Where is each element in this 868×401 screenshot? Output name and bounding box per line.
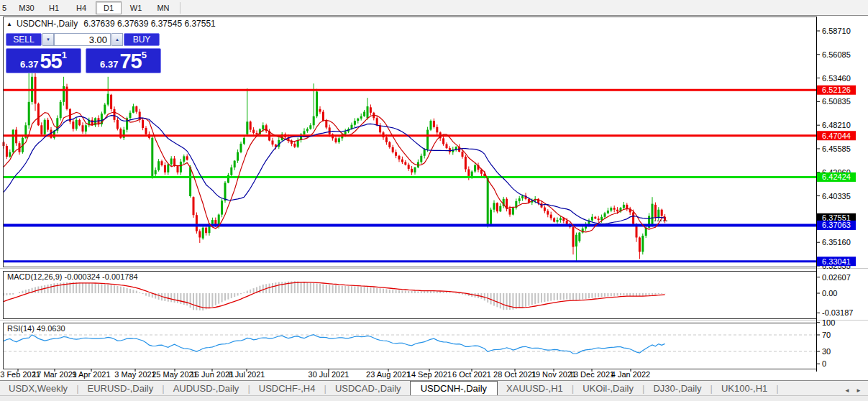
buy-price-prefix: 6.37	[100, 57, 118, 72]
rsi-label: RSI(14) 49.0630	[7, 324, 65, 333]
price-axis-label: 6.53460	[822, 74, 851, 83]
volume-decrease-button[interactable]: ▼	[42, 33, 54, 46]
macd-axis-label: 0.00	[822, 289, 837, 298]
date-axis-label: 14 Sep 2021	[407, 370, 452, 379]
timeframe-mn-button[interactable]: MN	[150, 1, 176, 14]
price-axis-label: 6.58710	[822, 27, 851, 35]
tab-xauusd-h1[interactable]: XAUUSD-,H1	[498, 382, 572, 396]
tab-eurusd-daily[interactable]: EURUSD-,Daily	[79, 382, 163, 396]
level-price-label-text: 6.52126	[822, 86, 851, 94]
date-axis-label: 8 Jul 2021	[229, 370, 265, 379]
buy-price-display[interactable]: 6.37 75 5	[86, 48, 161, 73]
spinner-down-icon: ▼	[46, 37, 50, 42]
spinner-up-icon: ▲	[115, 37, 119, 42]
chart-symbol-label: USDCNH-,Daily	[17, 19, 78, 29]
timeframe-m5-button[interactable]: 5	[0, 1, 12, 14]
timeframe-m30-button[interactable]: M30	[14, 1, 40, 14]
candlesticks	[3, 57, 667, 262]
trade-panel-price-row: 6.37 55 1 6.37 75 5	[6, 48, 160, 74]
timeframe-toolbar: 5 M30 H1 H4 D1 W1 MN	[0, 0, 868, 16]
macd-axis-label: 0.02607	[822, 273, 851, 282]
price-axis-label: 6.40335	[822, 192, 851, 200]
date-axis-label: 4 Jan 2022	[611, 370, 650, 379]
macd-histogram	[4, 281, 665, 310]
tab-usdchf-h4[interactable]: USDCHF-,H4	[250, 382, 324, 396]
volume-input[interactable]	[54, 33, 111, 46]
price-axis-label: 6.45585	[822, 144, 851, 153]
date-axis-label: 9 Apr 2021	[72, 370, 110, 379]
sell-price-display[interactable]: 6.37 55 1	[6, 48, 81, 73]
tab-dj30-daily[interactable]: DJ30-,Daily	[644, 382, 710, 396]
timeframe-h1-button[interactable]: H1	[41, 1, 67, 14]
timeframe-w1-button[interactable]: W1	[123, 1, 149, 14]
timeframe-h4-button[interactable]: H4	[68, 1, 94, 14]
price-axis-label: 6.56085	[822, 50, 851, 59]
rsi-pane-border	[4, 323, 817, 369]
rsi-axis-label: 30	[822, 347, 831, 356]
moving-average-line	[4, 116, 665, 224]
buy-price-point: 5	[142, 50, 147, 60]
price-axis-label: 6.50835	[822, 97, 851, 106]
macd-signal-line	[4, 282, 665, 308]
tab-audusd-daily[interactable]: AUDUSD-,Daily	[165, 382, 248, 396]
sell-price-prefix: 6.37	[20, 57, 38, 72]
symbol-tabbar: USDX,Weekly| EURUSD-,Daily| AUDUSD-,Dail…	[0, 380, 868, 396]
level-price-label-text: 6.33041	[822, 257, 851, 266]
price-axis-label: 6.35160	[822, 238, 851, 246]
rsi-axis-label: 100	[822, 318, 835, 327]
tab-uk100-h1[interactable]: UK100-,H1	[713, 382, 776, 396]
tab-ukoil-daily[interactable]: UKOil-,Daily	[574, 382, 642, 396]
buy-button[interactable]: BUY	[124, 33, 160, 46]
sell-price-point: 1	[62, 50, 67, 60]
buy-price-pips: 75	[119, 51, 141, 72]
horizontal-level-lines[interactable]	[3, 90, 816, 261]
level-price-label-text: 6.42424	[822, 172, 851, 181]
tab-usdcad-daily[interactable]: USDCAD-,Daily	[326, 382, 410, 396]
date-axis-label: 28 Oct 2021	[493, 370, 536, 379]
date-axis-label: 6 Oct 2021	[452, 370, 491, 379]
date-axis-label: 23 Aug 2021	[366, 370, 411, 379]
rsi-axis-label: 70	[822, 331, 831, 339]
price-axis-label: 6.48210	[822, 121, 851, 129]
tab-usdcnh-daily-active[interactable]: USDCNH-,Daily	[410, 381, 498, 397]
tab-scroll-arrows-icon[interactable]: ◄ ►	[844, 386, 868, 396]
one-click-trading-panel: SELL ▼ ▲ BUY 6.37 55 1 6.37 75 5	[6, 33, 160, 74]
rsi-axis-label: 0	[822, 359, 826, 368]
timeframe-d1-button[interactable]: D1	[96, 1, 122, 14]
moving-average-line	[4, 112, 665, 232]
toolbar-separator	[180, 2, 181, 14]
tab-usdx-weekly[interactable]: USDX,Weekly	[0, 382, 76, 396]
level-price-label-text: 6.47044	[822, 132, 851, 140]
date-axis-label: 13 Dec 2021	[570, 370, 614, 379]
date-axis-label: 30 Jul 2021	[309, 370, 350, 379]
tab-separator: |	[776, 382, 778, 396]
rsi-line	[4, 335, 665, 354]
mt4-window: { "toolbar": {"timeframes": ["5","M30","…	[0, 0, 868, 401]
chart-ohlc-values: 6.37639 6.37639 6.37545 6.37551	[83, 19, 216, 29]
sell-price-pips: 55	[40, 51, 61, 72]
collapse-arrow-icon[interactable]: ▲	[6, 21, 12, 27]
sell-button[interactable]: SELL	[6, 33, 42, 46]
volume-increase-button[interactable]: ▲	[111, 33, 123, 46]
date-axis-label: 17 Mar 2021	[32, 370, 77, 379]
level-price-label-text: 6.37063	[822, 221, 851, 229]
bottom-strip	[0, 395, 868, 401]
chart-title: ▲USDCNH-,Daily6.37639 6.37639 6.37545 6.…	[6, 19, 216, 29]
macd-label: MACD(12,26,9) -0.000324 -0.001784	[7, 272, 138, 281]
date-axis-label: 3 May 2021	[114, 370, 155, 379]
macd-axis-label: -0.03187	[822, 308, 853, 317]
date-axis-label: 16 Jun 2021	[191, 370, 234, 379]
trade-panel-top-row: SELL ▼ ▲ BUY	[6, 33, 160, 46]
